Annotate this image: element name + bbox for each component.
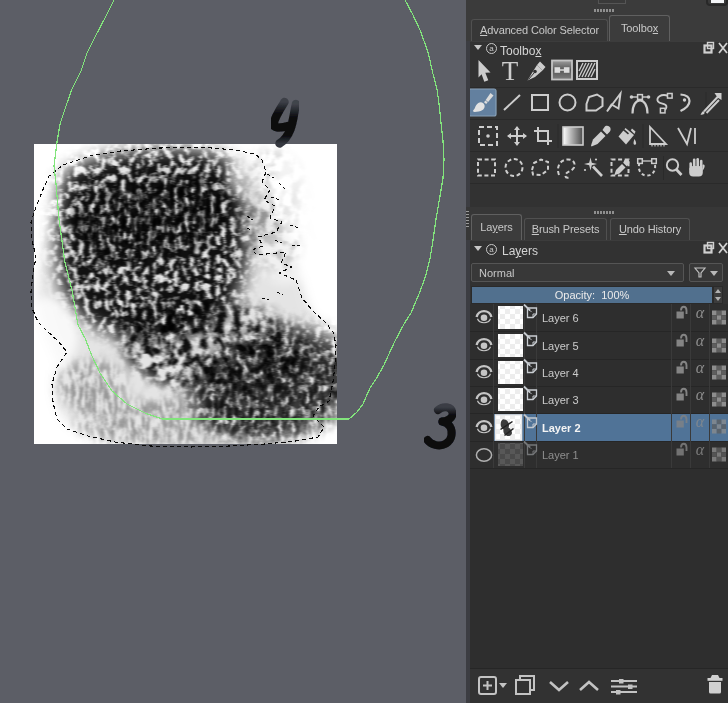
svg-text:Layer 1: Layer 1 [542,449,579,461]
svg-text:T: T [502,56,519,86]
svg-text:Layer 4: Layer 4 [542,367,579,379]
svg-text:Layer 3: Layer 3 [542,394,579,406]
svg-text:Layer 5: Layer 5 [542,340,579,352]
svg-text:Layer 6: Layer 6 [542,312,579,324]
svg-text:Layer 2: Layer 2 [542,422,581,434]
